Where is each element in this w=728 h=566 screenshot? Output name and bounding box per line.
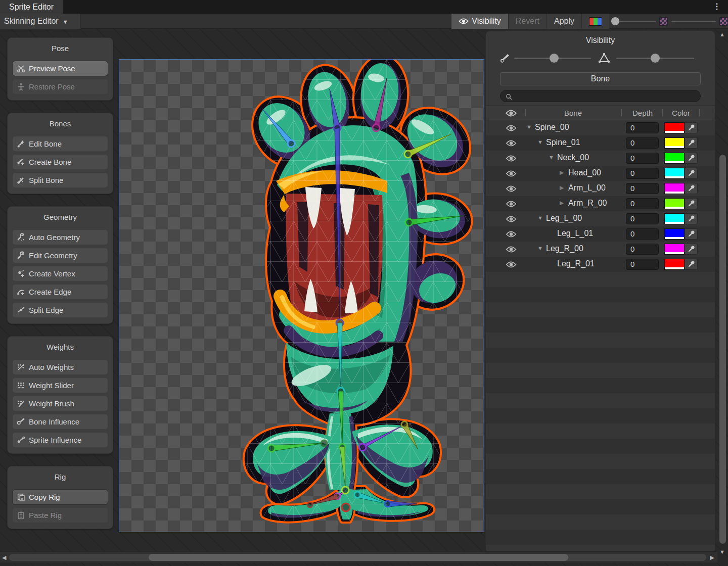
depth-field[interactable]: 0 — [626, 183, 659, 194]
restore-pose-button[interactable]: Restore Pose — [13, 79, 108, 94]
scroll-right-icon[interactable]: ▶ — [710, 554, 714, 561]
eyedropper-button[interactable] — [685, 198, 698, 209]
bone-row-spine-00[interactable]: ▼Spine_000 — [486, 120, 715, 135]
vertical-scrollbar[interactable]: ▲ ▼ — [717, 30, 728, 560]
bone-row-leg-r-00[interactable]: ▼Leg_R_000 — [486, 242, 715, 257]
bone-name[interactable]: Arm_L_00 — [568, 183, 606, 193]
scroll-up-icon[interactable]: ▲ — [719, 31, 725, 37]
depth-field[interactable]: 0 — [626, 122, 659, 133]
search-input[interactable] — [515, 92, 695, 100]
column-header-bone[interactable]: Bone — [531, 109, 615, 117]
create-edge-button[interactable]: Create Edge — [13, 285, 108, 299]
depth-field[interactable]: 0 — [626, 153, 659, 164]
sprite-influence-button[interactable]: Sprite Influence — [13, 433, 108, 447]
horizontal-scrollbar[interactable]: ◀ ▶ — [0, 551, 717, 562]
copy-rig-button[interactable]: Copy Rig — [13, 490, 108, 504]
eyedropper-button[interactable] — [685, 122, 698, 133]
bone-filter-tab[interactable]: Bone — [500, 72, 701, 85]
bone-color-swatch[interactable] — [664, 213, 685, 224]
bone-row-arm-l-00[interactable]: ▶Arm_L_000 — [486, 181, 715, 196]
bone-row-leg-l-00[interactable]: ▼Leg_L_000 — [486, 211, 715, 226]
bone-color-swatch[interactable] — [664, 198, 685, 209]
bone-name[interactable]: Leg_L_00 — [546, 214, 582, 223]
bone-color-swatch[interactable] — [664, 183, 685, 194]
split-edge-button[interactable]: Split Edge — [13, 303, 108, 317]
mesh-opacity-handle[interactable] — [651, 54, 660, 63]
weight-slider-button[interactable]: Weight Slider — [13, 378, 108, 393]
bone-row-spine-01[interactable]: ▼Spine_010 — [486, 135, 715, 151]
depth-field[interactable]: 0 — [626, 228, 659, 240]
scroll-down-icon[interactable]: ▼ — [719, 549, 725, 555]
weight-brush-button[interactable]: Weight Brush — [13, 396, 108, 411]
apply-button[interactable]: Apply — [547, 14, 581, 29]
mesh-opacity-slider[interactable] — [671, 14, 716, 29]
visibility-eye-icon[interactable] — [505, 139, 517, 147]
auto-geometry-button[interactable]: Auto Geometry — [13, 230, 108, 245]
color-mode-button[interactable] — [581, 14, 609, 29]
bone-color-swatch[interactable] — [664, 244, 685, 255]
bone-color-swatch[interactable] — [664, 228, 685, 240]
preview-pose-button[interactable]: Preview Pose — [13, 61, 108, 76]
eyedropper-button[interactable] — [685, 259, 698, 270]
visibility-eye-icon[interactable] — [505, 155, 517, 162]
more-menu-icon[interactable] — [713, 2, 721, 11]
bone-name[interactable]: Head_00 — [568, 168, 601, 177]
column-header-depth[interactable]: Depth — [627, 109, 658, 117]
expanded-arrow-icon[interactable]: ▼ — [526, 124, 532, 130]
vscroll-thumb[interactable] — [719, 155, 726, 544]
eyedropper-button[interactable] — [685, 183, 698, 194]
bone-color-swatch[interactable] — [664, 137, 685, 149]
hscroll-thumb[interactable] — [149, 554, 568, 561]
bone-name[interactable]: Leg_R_00 — [546, 244, 583, 253]
create-bone-button[interactable]: Create Bone — [13, 155, 108, 169]
visibility-eye-icon[interactable] — [505, 170, 517, 177]
bone-color-swatch[interactable] — [664, 168, 685, 179]
edit-geometry-button[interactable]: Edit Geometry — [13, 248, 108, 263]
eyedropper-button[interactable] — [685, 213, 698, 224]
depth-field[interactable]: 0 — [626, 213, 659, 224]
visibility-eye-icon[interactable] — [505, 246, 517, 253]
bone-color-swatch[interactable] — [664, 122, 685, 133]
visibility-toggle-button[interactable]: Visibility — [451, 14, 508, 29]
depth-field[interactable]: 0 — [626, 259, 659, 270]
bone-row-neck-00[interactable]: ▼Neck_000 — [486, 151, 715, 166]
visibility-eye-icon[interactable] — [505, 261, 517, 268]
edit-bone-button[interactable]: Edit Bone — [13, 136, 108, 151]
bone-color-swatch[interactable] — [664, 259, 685, 270]
visibility-eye-icon[interactable] — [505, 215, 517, 223]
bone-name[interactable]: Leg_R_01 — [557, 259, 595, 268]
collapsed-arrow-icon[interactable]: ▶ — [560, 200, 564, 206]
collapsed-arrow-icon[interactable]: ▶ — [560, 184, 564, 191]
bone-row-head-00[interactable]: ▶Head_000 — [486, 166, 715, 181]
depth-field[interactable]: 0 — [626, 198, 659, 209]
eyedropper-button[interactable] — [685, 168, 698, 179]
collapsed-arrow-icon[interactable]: ▶ — [560, 169, 564, 176]
bone-name[interactable]: Arm_R_00 — [568, 199, 607, 208]
expanded-arrow-icon[interactable]: ▼ — [537, 215, 543, 221]
bone-row-leg-l-01[interactable]: Leg_L_010 — [486, 226, 715, 242]
depth-field[interactable]: 0 — [626, 244, 659, 255]
bone-color-swatch[interactable] — [664, 153, 685, 164]
bone-opacity-handle[interactable] — [550, 54, 559, 63]
eyedropper-button[interactable] — [685, 244, 698, 255]
bone-name[interactable]: Spine_01 — [546, 138, 580, 147]
sprite-opacity-slider[interactable] — [611, 14, 656, 29]
visibility-eye-icon[interactable] — [505, 185, 517, 193]
slider-track[interactable] — [671, 21, 716, 22]
bone-row-leg-r-01[interactable]: Leg_R_010 — [486, 257, 715, 272]
visibility-eye-icon[interactable] — [505, 200, 517, 208]
create-vertex-button[interactable]: Create Vertex — [13, 266, 108, 281]
expanded-arrow-icon[interactable]: ▼ — [537, 139, 543, 145]
eyedropper-button[interactable] — [685, 137, 698, 149]
sprite-canvas[interactable] — [119, 59, 484, 532]
eyedropper-button[interactable] — [685, 153, 698, 164]
revert-button[interactable]: Revert — [508, 14, 547, 29]
split-bone-button[interactable]: Split Bone — [13, 173, 108, 187]
scroll-left-icon[interactable]: ◀ — [2, 554, 6, 561]
visibility-eye-icon[interactable] — [505, 230, 517, 238]
skinning-editor-dropdown[interactable]: Skinning Editor — [0, 14, 81, 29]
bone-influence-button[interactable]: Bone Influence — [13, 414, 108, 429]
bone-name[interactable]: Spine_00 — [535, 123, 569, 132]
column-header-color[interactable]: Color — [667, 109, 695, 117]
tab-sprite-editor[interactable]: Sprite Editor — [0, 0, 63, 14]
